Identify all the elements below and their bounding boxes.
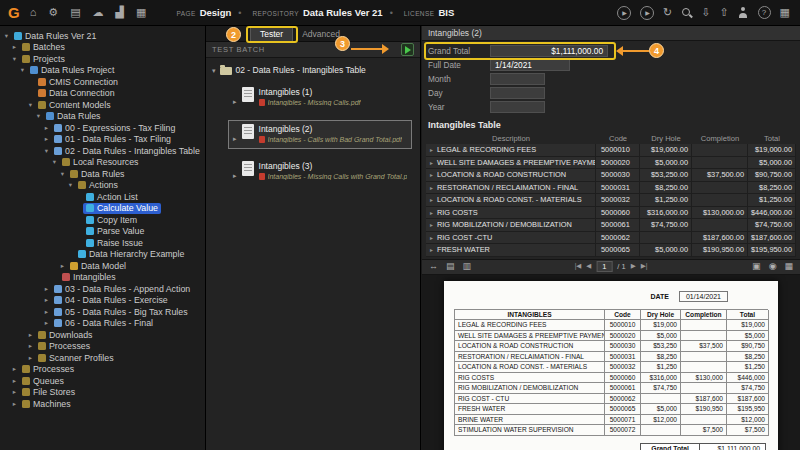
batches-icon[interactable] [70,7,80,18]
tree-item[interactable]: ▾ Data Rules Ver 21 [0,30,205,42]
row-expand-icon[interactable] [429,170,434,179]
expand-arrow[interactable]: ▸ [26,354,35,362]
tree-item[interactable]: Parse Value [0,226,205,238]
field-value-input[interactable] [490,73,545,85]
table-row[interactable]: RIG COST -CTU 5000062 $187,600.00 $187,6… [426,232,796,245]
tree-item[interactable]: ▾ Content Models [0,99,205,111]
tree-item[interactable]: ▾ 02 - Data Rules - Intangibles Table [0,145,205,157]
copy-icon[interactable] [463,262,472,271]
layout-icon[interactable] [784,262,793,271]
tree-item[interactable]: Action List [0,191,205,203]
row-expand-icon[interactable] [429,208,434,217]
refresh-icon[interactable] [663,7,672,18]
tree-item[interactable]: ▸ Scanner Profiles [0,352,205,364]
design-icon[interactable] [48,7,58,18]
tree-item[interactable]: ▸ 04 - Data Rules - Exercise [0,295,205,307]
expand-arrow[interactable]: ▾ [10,55,19,63]
fit-width-icon[interactable] [429,262,438,271]
row-expand-icon[interactable] [429,245,434,254]
home-icon[interactable] [30,7,37,18]
chevron-right-icon[interactable] [233,90,237,108]
expand-arrow[interactable]: ▸ [10,43,19,51]
stats-icon[interactable] [116,7,124,18]
tree-item[interactable]: ▾ Data Rules [0,168,205,180]
expand-arrow[interactable]: ▾ [50,158,59,166]
expand-arrow[interactable]: ▸ [42,285,51,293]
tree-item[interactable]: ▾ Actions [0,180,205,192]
expand-arrow[interactable]: ▾ [26,101,35,109]
row-expand-icon[interactable] [429,145,434,154]
row-expand-icon[interactable] [429,158,434,167]
expand-arrow[interactable]: ▾ [58,170,67,178]
tab-advanced[interactable]: Advanced [293,26,349,41]
tree-item[interactable]: ▸ Queues [0,375,205,387]
table-row[interactable]: FRESH WATER 5000065 $5,000.00 $190,950.0… [426,244,796,257]
test-document[interactable]: Intangibles (1) Intangibles - Missing Ca… [228,83,412,112]
tree-item[interactable]: ▸ 06 - Data Rules - Final [0,318,205,330]
expand-arrow[interactable]: ▸ [26,331,35,339]
tree-item[interactable]: CMIS Connection [0,76,205,88]
thumbnails-icon[interactable] [446,262,455,271]
expand-arrow[interactable]: ▸ [10,388,19,396]
tree-item[interactable]: ▸ 01 - Data Rules - Tax Filing [0,134,205,146]
tree-item[interactable]: ▸ 05 - Data Rules - Big Tax Rules [0,306,205,318]
tree-item[interactable]: ▸ File Stores [0,387,205,399]
expand-arrow[interactable]: ▾ [34,112,43,120]
download-icon[interactable] [701,7,710,18]
table-row[interactable]: WELL SITE DAMAGES & PREEMPTIVE PAYMENTS … [426,157,796,170]
page-number-input[interactable]: 1 [596,261,612,272]
tree-item[interactable]: Calculate Value [0,203,205,215]
expand-arrow[interactable]: ▸ [42,296,51,304]
table-row[interactable]: RESTORATION / RECLAIMATION - FINAL 50000… [426,182,796,195]
help-icon[interactable] [758,6,771,19]
expand-arrow[interactable]: ▸ [42,308,51,316]
play-all-icon[interactable] [640,6,654,20]
expand-arrow[interactable]: ▸ [10,377,19,385]
last-page-button[interactable] [641,263,648,270]
field-value-input[interactable]: $1,111,000.00 [490,45,608,57]
tree-item[interactable]: Raise Issue [0,237,205,249]
print-icon[interactable] [752,262,761,271]
tree-item[interactable]: ▸ Data Model [0,260,205,272]
expand-arrow[interactable]: ▸ [10,365,19,373]
row-expand-icon[interactable] [429,195,434,204]
tree-item[interactable]: ▸ 03 - Data Rules - Append Action [0,283,205,295]
table-row[interactable]: RIG COSTS 5000060 $316,000.00 $130,000.0… [426,207,796,220]
expand-arrow[interactable]: ▾ [2,32,11,40]
expand-arrow[interactable]: ▸ [42,135,51,143]
expand-arrow[interactable]: ▸ [42,319,51,327]
field-value-input[interactable] [490,87,545,99]
run-test-button[interactable] [401,43,414,56]
table-row[interactable]: LEGAL & RECORDING FEES 5000010 $19,000.0… [426,144,796,157]
expand-arrow[interactable]: ▾ [18,66,27,74]
row-expand-icon[interactable] [429,183,434,192]
tree-item[interactable]: ▾ Projects [0,53,205,65]
field-value-input[interactable]: 1/14/2021 [490,59,570,71]
table-row[interactable]: LOCATION & ROAD CONSTRUCTION 5000030 $53… [426,169,796,182]
table-row[interactable]: RIG MOBILIZATION / DEMOBILIZATION 500006… [426,219,796,232]
tree-item[interactable]: ▾ Data Rules Project [0,65,205,77]
row-expand-icon[interactable] [429,220,434,229]
test-document[interactable]: Intangibles (3) Intangibles - Missing Ca… [228,157,412,186]
expand-arrow[interactable]: ▾ [42,147,51,155]
row-expand-icon[interactable] [429,233,434,242]
upload-icon[interactable] [719,7,728,18]
chevron-right-icon[interactable] [233,164,237,182]
view-settings-icon[interactable] [769,262,777,271]
tree-item[interactable]: ▾ Data Rules [0,111,205,123]
tree-item[interactable]: ▸ Downloads [0,329,205,341]
tree-item[interactable]: ▸ 00 - Expressions - Tax Filing [0,122,205,134]
table-row[interactable]: LOCATION & ROAD CONST. - MATERIALS 50000… [426,194,796,207]
tree-item[interactable]: ▸ Processes [0,341,205,353]
expand-arrow[interactable]: ▸ [58,262,67,270]
next-page-button[interactable] [631,263,636,270]
batch-folder[interactable]: 02 - Data Rules - Intangibles Table [212,65,414,75]
search-icon[interactable] [681,7,692,18]
tree-item[interactable]: ▸ Batches [0,42,205,54]
expand-arrow[interactable]: ▸ [10,400,19,408]
user-icon[interactable] [738,7,749,18]
apps-icon[interactable] [136,7,146,18]
field-value-input[interactable] [490,101,545,113]
expand-arrow[interactable]: ▸ [42,124,51,132]
tree-item[interactable]: Copy Item [0,214,205,226]
